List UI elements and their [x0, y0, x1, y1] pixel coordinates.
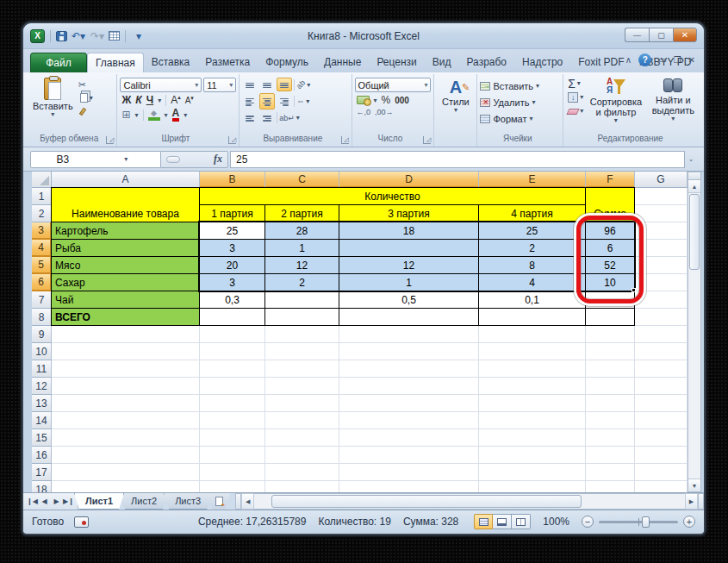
cell-F6[interactable]: 10	[585, 273, 635, 291]
cell-A8-product[interactable]: ВСЕГО	[51, 308, 200, 326]
column-header-A[interactable]: A	[52, 172, 200, 188]
column-header-F[interactable]: F	[586, 172, 635, 188]
row-header-15[interactable]: 15	[32, 429, 52, 447]
column-header-B[interactable]: B	[200, 172, 265, 188]
cell-C7[interactable]	[264, 291, 339, 309]
cell-D8[interactable]	[339, 308, 479, 326]
align-right-button[interactable]	[277, 93, 292, 109]
cell-D7[interactable]: 0,5	[339, 291, 479, 309]
cell-G5[interactable]	[635, 257, 688, 274]
cell-C2-batch-header[interactable]: 2 партия	[264, 204, 339, 222]
cell-C6[interactable]: 2	[264, 273, 339, 291]
cell-A3-product[interactable]: Картофель	[51, 222, 200, 240]
row-header-6[interactable]: 6	[32, 274, 52, 291]
zoom-thumb[interactable]	[642, 516, 650, 528]
cell-F4[interactable]: 6	[585, 239, 635, 257]
cell-D10[interactable]	[339, 343, 479, 360]
cell-G4[interactable]	[635, 240, 688, 257]
scroll-right-icon[interactable]: ▶	[685, 493, 698, 510]
cell-G7[interactable]	[635, 291, 688, 309]
cell-E5[interactable]: 8	[478, 256, 586, 274]
cell-G17[interactable]	[635, 464, 688, 481]
cell-E10[interactable]	[479, 343, 586, 360]
cell-A13[interactable]	[52, 395, 200, 412]
align-left-button[interactable]	[242, 93, 258, 109]
fill-color-button[interactable]: ◆	[148, 109, 160, 121]
cell-C15[interactable]	[265, 429, 339, 447]
row-header-12[interactable]: 12	[32, 378, 52, 395]
sheet-tab-лист2[interactable]: Лист2	[120, 493, 168, 510]
cell-B13[interactable]	[200, 395, 265, 412]
cell-F8[interactable]	[585, 308, 635, 326]
collapse-ribbon-icon[interactable]: ∧	[625, 55, 632, 65]
cell-C3[interactable]: 28	[264, 222, 339, 240]
bold-button[interactable]: Ж	[121, 94, 131, 106]
workbook-minimize-icon[interactable]: ▭	[658, 55, 666, 65]
cell-D2-batch-header[interactable]: 3 партия	[339, 204, 479, 222]
column-header-E[interactable]: E	[479, 172, 586, 188]
cell-C9[interactable]	[265, 326, 339, 343]
tab-рецензи[interactable]: Рецензи	[369, 53, 424, 72]
tab-разметка[interactable]: Разметка	[197, 53, 258, 72]
fx-icon[interactable]: fx	[214, 153, 222, 166]
cell-D18[interactable]	[339, 481, 479, 492]
align-top-button[interactable]	[242, 78, 258, 91]
cell-G16[interactable]	[635, 447, 688, 464]
align-bottom-button[interactable]	[277, 78, 292, 91]
cell-C11[interactable]	[265, 360, 339, 378]
cell-E11[interactable]	[479, 360, 586, 378]
row-header-14[interactable]: 14	[32, 412, 52, 429]
name-box[interactable]: B3▾	[30, 151, 161, 168]
cell-G11[interactable]	[635, 360, 688, 378]
cell-F14[interactable]	[586, 412, 635, 429]
font-dialog-launcher[interactable]: ◿	[228, 136, 236, 144]
cell-B1-quantity-header[interactable]: Количество	[199, 187, 586, 205]
column-header-G[interactable]: G	[635, 172, 688, 188]
zoom-track[interactable]	[599, 521, 678, 523]
cell-B16[interactable]	[200, 447, 265, 464]
cell-E18[interactable]	[479, 481, 586, 492]
font-family-select[interactable]: Calibri▾	[120, 78, 202, 92]
row-header-2[interactable]: 2	[32, 205, 52, 222]
row-header-3[interactable]: 3	[32, 222, 52, 240]
cell-F5[interactable]: 52	[585, 256, 635, 274]
cell-G10[interactable]	[635, 343, 688, 360]
italic-button[interactable]: К	[135, 94, 141, 106]
help-icon[interactable]: ?	[638, 53, 651, 66]
cell-C5[interactable]: 12	[264, 256, 339, 274]
cell-G8[interactable]	[635, 309, 688, 326]
row-header-17[interactable]: 17	[32, 464, 52, 481]
cell-C12[interactable]	[265, 378, 339, 395]
cell-B6[interactable]: 3	[199, 273, 265, 291]
cell-E17[interactable]	[479, 464, 586, 481]
cell-E16[interactable]	[479, 447, 586, 464]
cell-F11[interactable]	[586, 360, 635, 378]
cell-F9[interactable]	[586, 326, 635, 343]
cell-A1-name-header[interactable]: Наименование товара	[51, 187, 200, 222]
cell-D16[interactable]	[339, 447, 479, 464]
insert-cells-button[interactable]: →Вставить▾	[480, 78, 539, 93]
restore-button[interactable]: ▢	[649, 28, 673, 42]
cell-B15[interactable]	[200, 429, 265, 447]
cut-button[interactable]: ✂	[78, 78, 93, 90]
cell-E14[interactable]	[479, 412, 586, 429]
zoom-level[interactable]: 100%	[543, 516, 569, 528]
cell-C8[interactable]	[264, 308, 339, 326]
find-select-button[interactable]: Найти и выделить▾	[647, 76, 700, 122]
row-header-18[interactable]: 18	[32, 481, 52, 492]
workbook-restore-icon[interactable]: ❐	[674, 55, 681, 65]
row-header-8[interactable]: 8	[32, 309, 52, 326]
cell-A15[interactable]	[52, 429, 200, 447]
cell-G2[interactable]	[635, 205, 688, 222]
cell-E9[interactable]	[479, 326, 586, 343]
cell-C4[interactable]: 1	[264, 239, 339, 257]
cell-D13[interactable]	[339, 395, 479, 412]
cell-F12[interactable]	[586, 378, 635, 395]
cell-D11[interactable]	[339, 360, 479, 378]
cell-A18[interactable]	[52, 481, 200, 492]
cell-F3[interactable]: 96	[585, 222, 635, 240]
cell-B10[interactable]	[200, 343, 265, 360]
comma-style-button[interactable]: 000	[395, 96, 409, 105]
cell-C16[interactable]	[265, 447, 339, 464]
vertical-scrollbar[interactable]: ▲ ▼	[688, 172, 701, 492]
